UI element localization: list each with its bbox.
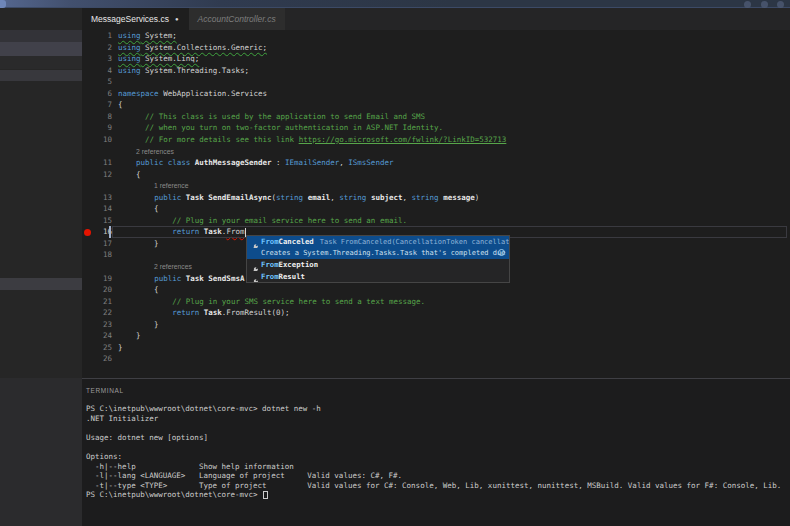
breakpoint-margin[interactable] [82, 226, 96, 238]
link[interactable]: https://go.microsoft.com/fwlink/?LinkID=… [299, 135, 507, 144]
breakpoint-margin[interactable] [82, 296, 96, 308]
breakpoint-margin[interactable] [82, 76, 96, 88]
code-token: string [276, 193, 303, 202]
code-line[interactable]: 1using System; [82, 30, 790, 42]
background-row [0, 30, 82, 42]
breakpoint-margin[interactable] [82, 307, 96, 319]
code-text: // when you turn on two-factor authentic… [118, 122, 443, 134]
code-text: namespace WebApplication.Services [118, 88, 267, 100]
breakpoint-margin[interactable] [82, 99, 96, 111]
code-line[interactable]: 15 // Plug in your email service here to… [82, 215, 790, 227]
breakpoint-margin[interactable] [82, 30, 96, 42]
tab-messageservices[interactable]: MessageServices.cs ● [82, 8, 188, 30]
line-number: 17 [96, 238, 112, 250]
code-text: } [118, 319, 159, 331]
breakpoint-margin[interactable] [82, 42, 96, 54]
breakpoint-margin[interactable] [82, 157, 96, 169]
code-line[interactable]: 14 { [82, 203, 790, 215]
breakpoint-margin[interactable] [82, 353, 96, 365]
code-token: , [330, 193, 339, 202]
code-token: // Plug in your SMS service here to send… [118, 297, 425, 306]
window-icon-1[interactable] [744, 1, 751, 8]
code-line[interactable]: 12 { [82, 169, 790, 181]
window-icon-2[interactable] [761, 1, 768, 8]
suggestion-item-fromexception[interactable]: FromException [247, 259, 509, 271]
code-token: { [118, 285, 159, 294]
terminal-cursor [263, 491, 268, 499]
breakpoint-margin[interactable] [82, 273, 96, 285]
codelens-references[interactable]: 2 references [154, 261, 192, 273]
code-token: ) [475, 193, 480, 202]
suggestion-item-fromresult[interactable]: FromResult [247, 271, 509, 283]
code-line[interactable]: 2using System.Collections.Generic; [82, 42, 790, 54]
code-token: Task [186, 193, 204, 202]
code-line[interactable]: 23 } [82, 319, 790, 331]
line-number: 9 [96, 122, 112, 134]
code-editor[interactable]: 1using System;2using System.Collections.… [82, 30, 790, 378]
code-line[interactable]: 10 // For more details see this link htt… [82, 134, 790, 146]
code-text: using System; [118, 30, 177, 42]
code-token: // This class is used by the application… [118, 112, 425, 121]
code-line[interactable]: 20 { [82, 284, 790, 296]
code-line[interactable]: 9 // when you turn on two-factor authent… [82, 122, 790, 134]
breakpoint-margin[interactable] [82, 330, 96, 342]
terminal-line: Usage: dotnet new [options] [86, 433, 208, 443]
suggestion-item-fromcanceled[interactable]: FromCanceledTask FromCanceled(Cancellati… [247, 236, 509, 248]
line-number: 6 [96, 88, 112, 100]
code-line[interactable]: 13 public Task SendEmailAsync(string ema… [82, 192, 790, 204]
breakpoint-margin[interactable] [82, 342, 96, 354]
breakpoint-margin[interactable] [82, 65, 96, 77]
code-token: using [118, 43, 141, 52]
codelens-references[interactable]: 1 reference [154, 180, 188, 192]
code-line[interactable]: 6namespace WebApplication.Services [82, 88, 790, 100]
code-token: SendSmsA [208, 274, 244, 283]
code-token [118, 193, 154, 202]
code-line[interactable]: 24 } [82, 330, 790, 342]
breakpoint-margin[interactable] [82, 53, 96, 65]
line-number: 19 [96, 273, 112, 285]
info-icon[interactable]: i [498, 249, 505, 256]
code-line[interactable]: 21 // Plug in your SMS service here to s… [82, 296, 790, 308]
terminal-line: -l|--lang <LANGUAGE> Language of project… [86, 471, 402, 481]
codelens-references[interactable]: 2 references [136, 146, 174, 158]
breakpoint-margin[interactable] [82, 284, 96, 296]
breakpoint-margin[interactable] [82, 192, 96, 204]
suggestion-detail: Task FromCanceled(CancellationToken canc… [320, 238, 509, 246]
code-token: public [154, 274, 181, 283]
code-line[interactable]: 7{ [82, 99, 790, 111]
breakpoint-margin[interactable] [82, 134, 96, 146]
terminal-panel-title: TERMINAL [86, 387, 124, 394]
terminal[interactable]: TERMINAL PS C:\inetpub\wwwroot\dotnet\co… [82, 379, 790, 526]
breakpoint-margin[interactable] [82, 203, 96, 215]
breakpoint-margin[interactable] [82, 238, 96, 250]
code-token: class [168, 158, 191, 167]
window-icon-3[interactable] [777, 1, 784, 8]
code-line[interactable]: 3using System.Linq; [82, 53, 790, 65]
background-row [0, 56, 82, 69]
code-text: { [118, 203, 159, 215]
suggestion-label: FromCanceled [261, 237, 314, 246]
line-number: 10 [96, 134, 112, 146]
breakpoint-margin[interactable] [82, 111, 96, 123]
code-line[interactable]: 5 [82, 76, 790, 88]
code-line[interactable]: 11 public class AuthMessageSender : IEma… [82, 157, 790, 169]
match-prefix: From [261, 260, 279, 269]
code-line[interactable]: 25} [82, 342, 790, 354]
code-text: public Task SendSmsA [118, 273, 244, 285]
code-token: } [118, 239, 159, 248]
breakpoint-margin[interactable] [82, 319, 96, 331]
code-text: { [118, 169, 141, 181]
line-number: 8 [96, 111, 112, 123]
code-line[interactable]: 8 // This class is used by the applicati… [82, 111, 790, 123]
code-line[interactable]: 22 return Task.FromResult(0); [82, 307, 790, 319]
code-line[interactable]: 4using System.Threading.Tasks; [82, 65, 790, 77]
breakpoint-margin[interactable] [82, 249, 96, 261]
breakpoint-margin[interactable] [82, 215, 96, 227]
line-number: 18 [96, 249, 112, 261]
breakpoint-margin[interactable] [82, 169, 96, 181]
breakpoint-icon[interactable] [84, 229, 91, 236]
breakpoint-margin[interactable] [82, 122, 96, 134]
breakpoint-margin[interactable] [82, 88, 96, 100]
code-line[interactable]: 26 [82, 353, 790, 365]
tab-accountcontroller[interactable]: AccountController.cs [188, 8, 285, 30]
